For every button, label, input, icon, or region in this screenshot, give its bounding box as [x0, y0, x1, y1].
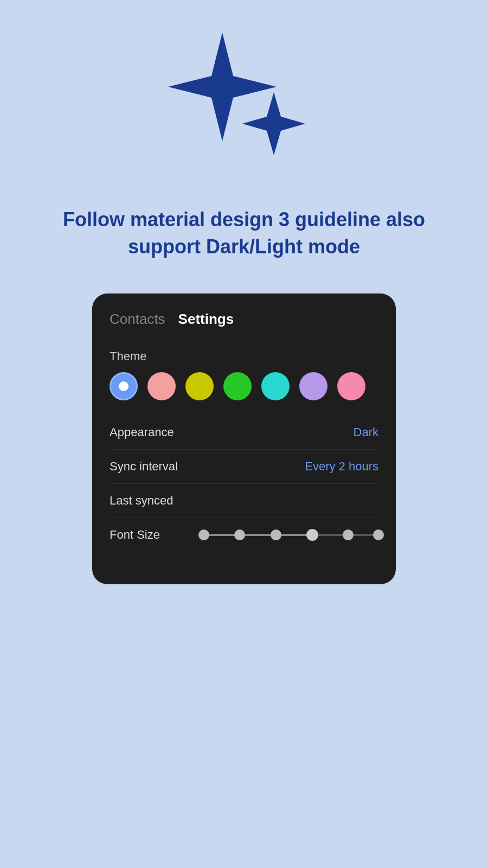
settings-content: Theme Appearance Dark Sync interval Ever…: [92, 336, 396, 552]
phone-mockup: Contacts Settings Theme Appearance Dark …: [92, 293, 396, 584]
sync-interval-value: Every 2 hours: [305, 459, 378, 474]
color-dot-blue[interactable]: [110, 372, 138, 400]
slider-thumb-3: [271, 529, 281, 540]
slider-thumb-4: [306, 529, 318, 541]
slider-thumb-end: [373, 529, 384, 540]
slider-thumb-2: [234, 529, 245, 540]
appearance-row[interactable]: Appearance Dark: [110, 416, 378, 450]
last-synced-row[interactable]: Last synced: [110, 484, 378, 518]
color-dot-pink[interactable]: [147, 372, 176, 400]
last-synced-label: Last synced: [110, 494, 173, 508]
slider-track: [198, 534, 378, 536]
hero-section: Follow material design 3 guideline also …: [0, 0, 488, 584]
tabs-bar: Contacts Settings: [92, 293, 396, 336]
slider-filled: [198, 534, 316, 536]
logo-container: [163, 22, 325, 195]
font-size-slider[interactable]: [198, 528, 378, 541]
font-size-row: Font Size: [110, 518, 378, 552]
app-logo: [168, 27, 320, 190]
sync-interval-row[interactable]: Sync interval Every 2 hours: [110, 450, 378, 484]
color-dot-purple[interactable]: [299, 372, 328, 400]
color-dot-green[interactable]: [223, 372, 252, 400]
theme-label: Theme: [110, 349, 378, 363]
tab-contacts[interactable]: Contacts: [110, 311, 165, 328]
slider-thumb-5: [343, 529, 354, 540]
color-dot-teal[interactable]: [261, 372, 290, 400]
tagline: Follow material design 3 guideline also …: [60, 206, 428, 261]
slider-thumb-1: [198, 529, 209, 540]
font-size-label: Font Size: [110, 528, 185, 542]
sync-interval-label: Sync interval: [110, 459, 178, 474]
tab-settings[interactable]: Settings: [178, 311, 234, 328]
svg-marker-1: [242, 92, 305, 155]
appearance-label: Appearance: [110, 425, 174, 439]
color-dot-yellow[interactable]: [185, 372, 214, 400]
theme-colors: [110, 372, 378, 400]
appearance-value: Dark: [354, 425, 378, 439]
color-dot-hotpink[interactable]: [337, 372, 365, 400]
